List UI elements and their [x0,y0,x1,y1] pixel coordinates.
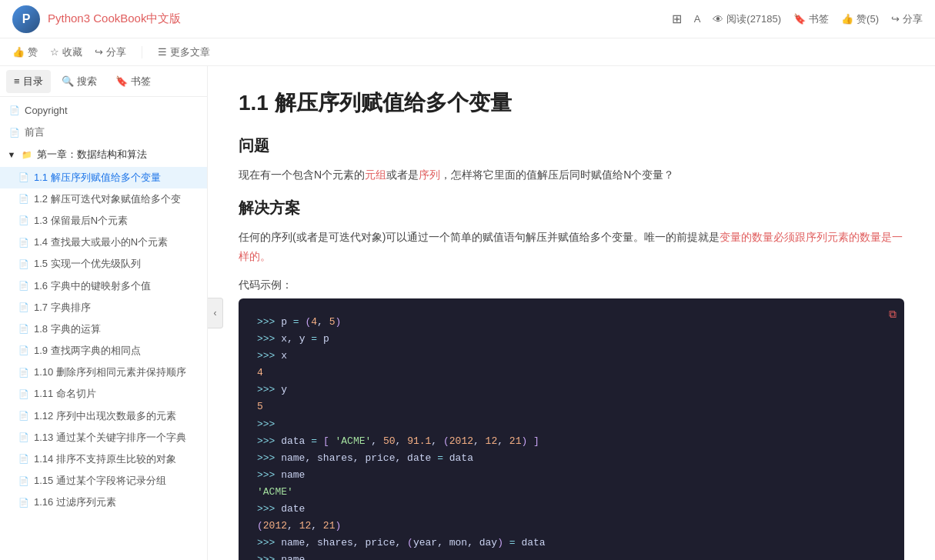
read-count: 👁 阅读(27185) [713,12,781,26]
toc-item-1-7[interactable]: 📄 1.7 字典排序 [0,297,207,318]
doc-icon: 📄 [18,194,29,205]
bookmark-icon: 🔖 [793,13,806,25]
toc-item-1-8[interactable]: 📄 1.8 字典的运算 [0,318,207,340]
share-sub-icon: ↪ [95,46,103,58]
emphasis-text: 变量的数量必须跟序列元素的数量是一样的。 [239,231,903,262]
code-label: 代码示例： [239,278,904,292]
doc-icon: 📄 [18,172,29,183]
book-logo: P [12,5,40,33]
code-line-7: >>> [257,416,886,433]
code-line-1: >>> p = (4, 5) [257,314,886,331]
doc-icon: 📄 [18,411,29,422]
sidebar-collapse-button[interactable]: ‹ [208,298,223,328]
doc-icon: 📄 [9,105,20,116]
doc-icon: 📄 [18,215,29,226]
code-line-14: >>> name, shares, price, (year, mon, day… [257,535,886,552]
share-button[interactable]: ↪ 分享 [95,45,126,59]
doc-icon: 📄 [18,324,29,335]
toc-item-1-11[interactable]: 📄 1.11 命名切片 [0,383,207,405]
doc-icon: 📄 [18,302,29,313]
section1-text: 现在有一个包含N个元素的元组或者是序列，怎样将它里面的值解压后同时赋值给N个变量… [239,165,904,185]
top-bar: P Python3 CookBook中文版 ⊞ A 👁 阅读(27185) 🔖 … [0,0,935,38]
more-articles-button[interactable]: ☰ 更多文章 [158,45,210,59]
code-block: ⧉ >>> p = (4, 5) >>> x, y = p >>> x 4 >>… [239,298,904,560]
page-title: 1.1 解压序列赋值给多个变量 [239,89,904,117]
section2-title: 解决方案 [239,198,904,218]
toc-item-1-9[interactable]: 📄 1.9 查找两字典的相同点 [0,340,207,362]
search-tab-icon: 🔍 [62,75,74,87]
share-icon: ↪ [891,13,900,25]
doc-icon: 📄 [9,127,20,138]
toc-item-preface[interactable]: 📄 前言 [0,122,207,143]
code-line-2: >>> x, y = p [257,331,886,348]
code-line-11: 'ACME' [257,484,886,501]
grid-icon[interactable]: ⊞ [672,12,682,26]
section2-text: 任何的序列(或者是可迭代对象)可以通过一个简单的赋值语句解压并赋值给多个变量。唯… [239,228,904,266]
tab-bookmark[interactable]: 🔖 书签 [108,70,159,93]
toc-item-1-1[interactable]: 📄 1.1 解压序列赋值给多个变量 [0,167,207,188]
doc-icon: 📄 [18,237,29,248]
code-line-10: >>> name [257,467,886,484]
tab-search[interactable]: 🔍 搜索 [54,70,105,93]
doc-icon: 📄 [18,475,29,486]
toc-item-1-5[interactable]: 📄 1.5 实现一个优先级队列 [0,253,207,275]
toc-item-1-13[interactable]: 📄 1.13 通过某个关键字排序一个字典 [0,427,207,448]
code-line-3: >>> x [257,348,886,365]
folder-icon: 📁 [22,149,32,160]
like-sub-icon: 👍 [12,46,25,58]
doc-icon: 📄 [18,389,29,400]
tab-toc[interactable]: ≡ 目录 [6,70,51,93]
code-line-15: >>> name [257,552,886,560]
code-line-6: 5 [257,398,886,415]
toc-item-1-6[interactable]: 📄 1.6 字典中的键映射多个值 [0,275,207,297]
list-icon: ☰ [158,46,167,58]
book-title: Python3 CookBook中文版 [48,12,181,26]
toc-list: 📄 Copyright 📄 前言 ▼ 📁 第一章：数据结构和算法 📄 1.1 解… [0,97,207,560]
main-layout: ≡ 目录 🔍 搜索 🔖 书签 📄 Copyright 📄 前言 [0,66,935,560]
toc-item-1-16[interactable]: 📄 1.16 过滤序列元素 [0,492,207,513]
share-action[interactable]: ↪ 分享 [891,12,923,26]
toc-item-1-14[interactable]: 📄 1.14 排序不支持原生比较的对象 [0,448,207,470]
toc-item-1-12[interactable]: 📄 1.12 序列中出现次数最多的元素 [0,405,207,427]
collapse-icon: ▼ [6,149,17,160]
code-line-13: (2012, 12, 21) [257,518,886,535]
star-icon: ☆ [50,46,59,58]
copy-button[interactable]: ⧉ [889,306,897,325]
toc-item-1-15[interactable]: 📄 1.15 通过某个字段将记录分组 [0,470,207,492]
bookmark-action[interactable]: 🔖 书签 [793,12,829,26]
toc-item-1-10[interactable]: 📄 1.10 删除序列相同元素并保持顺序 [0,362,207,383]
tuple-link[interactable]: 元组 [365,168,386,181]
toc-item-ch1[interactable]: ▼ 📁 第一章：数据结构和算法 [0,143,207,166]
doc-icon: 📄 [18,345,29,356]
doc-icon: 📄 [18,281,29,292]
code-line-12: >>> date [257,501,886,518]
doc-icon: 📄 [18,258,29,269]
code-line-4: 4 [257,365,886,382]
top-bar-left: P Python3 CookBook中文版 [12,5,181,33]
font-icon[interactable]: A [694,13,701,25]
code-line-8: >>> data = [ 'ACME', 50, 91.1, (2012, 12… [257,433,886,450]
logo-text: P [22,12,31,26]
like-action[interactable]: 👍 赞(5) [841,12,879,26]
code-line-9: >>> name, shares, price, date = data [257,450,886,467]
collect-button[interactable]: ☆ 收藏 [50,45,82,59]
top-bar-right: ⊞ A 👁 阅读(27185) 🔖 书签 👍 赞(5) ↪ 分享 [672,12,923,26]
like-button[interactable]: 👍 赞 [12,45,38,59]
toc-item-1-4[interactable]: 📄 1.4 查找最大或最小的N个元素 [0,232,207,253]
sequence-link[interactable]: 序列 [419,168,440,181]
section1-title: 问题 [239,135,904,156]
toc-tab-icon: ≡ [14,75,20,87]
chevron-left-icon: ‹ [214,308,217,318]
toc-item-copyright[interactable]: 📄 Copyright [0,100,207,122]
sub-bar: 👍 赞 ☆ 收藏 ↪ 分享 ☰ 更多文章 [0,38,935,66]
doc-icon: 📄 [18,432,29,443]
like-icon: 👍 [841,13,853,25]
doc-icon: 📄 [18,367,29,378]
toc-item-1-2[interactable]: 📄 1.2 解压可迭代对象赋值给多个变 [0,188,207,210]
doc-icon: 📄 [18,454,29,465]
bookmark-tab-icon: 🔖 [115,75,128,87]
sidebar: ≡ 目录 🔍 搜索 🔖 书签 📄 Copyright 📄 前言 [0,66,208,560]
toc-item-1-3[interactable]: 📄 1.3 保留最后N个元素 [0,210,207,232]
doc-icon: 📄 [18,497,29,508]
sidebar-tabs: ≡ 目录 🔍 搜索 🔖 书签 [0,66,207,97]
